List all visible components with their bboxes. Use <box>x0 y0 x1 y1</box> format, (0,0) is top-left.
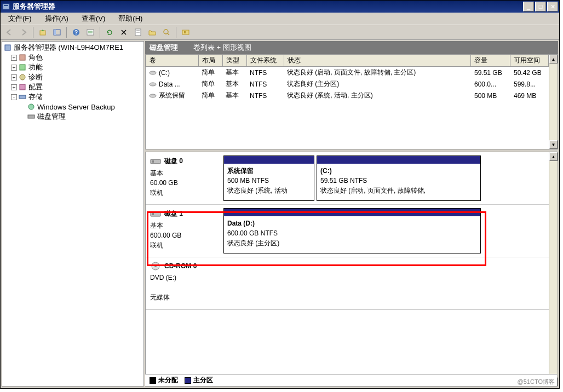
open-button[interactable] <box>146 26 159 39</box>
svg-point-33 <box>154 265 157 267</box>
maximize-button[interactable]: □ <box>535 2 546 11</box>
disk-partition[interactable]: 系统保留 500 MB NTFS 状态良好 (系统, 活动 <box>223 155 314 201</box>
svg-rect-2 <box>40 31 45 35</box>
content-subtitle: 卷列表 + 图形视图 <box>193 43 251 53</box>
table-row[interactable]: Data ... 简单 基本 NTFS 状态良好 (主分区) 600.0... … <box>146 78 549 90</box>
collapse-icon[interactable]: - <box>11 94 17 100</box>
disk-info: 磁盘 0 基本60.00 GB联机 <box>149 155 223 201</box>
svg-line-14 <box>168 33 169 35</box>
minimize-button[interactable]: _ <box>523 2 534 11</box>
tree-configuration[interactable]: + 配置 <box>3 82 142 92</box>
tree-backup[interactable]: Windows Server Backup <box>3 102 142 112</box>
show-hide-button[interactable] <box>50 26 64 39</box>
scroll-up-icon[interactable]: ▲ <box>549 55 558 64</box>
svg-rect-7 <box>87 30 94 35</box>
content-header: 磁盘管理 卷列表 + 图形视图 <box>145 41 558 54</box>
disk-info: CD-ROM 0 DVD (E:)无媒体 <box>149 261 223 306</box>
back-button <box>3 26 16 39</box>
menu-view[interactable]: 查看(V) <box>77 13 110 25</box>
svg-point-26 <box>150 83 156 86</box>
volume-scrollbar[interactable]: ▲ ▼ <box>549 55 558 149</box>
menubar: 文件(F) 操作(A) 查看(V) 帮助(H) <box>1 13 559 25</box>
expand-icon[interactable]: + <box>11 55 17 61</box>
properties-button[interactable] <box>131 26 145 39</box>
svg-point-25 <box>150 71 156 74</box>
disk-graphic-panel: 磁盘 0 基本60.00 GB联机 系统保留 500 MB NTFS 状态良好 … <box>145 152 558 387</box>
forward-button <box>17 26 30 39</box>
disk-icon <box>150 262 161 270</box>
svg-rect-19 <box>20 65 25 70</box>
tree-root[interactable]: 服务器管理器 (WIN-L9H4OM7RE1 <box>3 43 142 53</box>
server-icon <box>3 43 12 52</box>
table-row[interactable]: (C:) 简单 基本 NTFS 状态良好 (启动, 页面文件, 故障转储, 主分… <box>146 67 549 78</box>
volume-icon <box>149 81 157 88</box>
disk-row[interactable]: 磁盘 0 基本60.00 GB联机 系统保留 500 MB NTFS 状态良好 … <box>146 152 549 205</box>
col-fs[interactable]: 文件系统 <box>247 55 284 67</box>
svg-rect-21 <box>20 84 25 90</box>
list-button[interactable] <box>84 26 97 39</box>
scroll-down-icon[interactable]: ▼ <box>549 140 558 149</box>
menu-help[interactable]: 帮助(H) <box>114 13 147 25</box>
disk-scrollbar[interactable]: ▲ ▼ <box>549 152 558 386</box>
svg-rect-22 <box>19 95 26 99</box>
expand-icon[interactable]: + <box>11 65 17 71</box>
refresh-button[interactable] <box>103 26 116 39</box>
svg-rect-0 <box>3 4 9 9</box>
volume-icon <box>149 93 157 99</box>
expand-icon[interactable]: + <box>11 74 17 80</box>
volume-table: 卷 布局 类型 文件系统 状态 容量 可用空间 <box>146 55 549 67</box>
titlebar: 服务器管理器 _ □ ✕ <box>1 1 559 13</box>
disk-info: 磁盘 1 基本600.00 GB联机 <box>149 208 223 253</box>
window-title: 服务器管理器 <box>13 2 523 11</box>
content-title: 磁盘管理 <box>150 43 178 53</box>
diagnostics-icon <box>18 73 27 82</box>
help-button[interactable]: ? <box>70 26 83 39</box>
swatch-blue <box>185 377 191 384</box>
disk-partition[interactable]: (C:) 59.51 GB NTFS 状态良好 (启动, 页面文件, 故障转储, <box>317 155 481 201</box>
svg-rect-24 <box>28 115 35 118</box>
disk-row[interactable]: 磁盘 1 基本600.00 GB联机 Data (D:) 600.00 GB N… <box>146 205 549 257</box>
col-capacity[interactable]: 容量 <box>471 55 510 67</box>
col-layout[interactable]: 布局 <box>199 55 223 67</box>
menu-action[interactable]: 操作(A) <box>41 13 73 25</box>
legend-unallocated: 未分配 <box>150 376 178 385</box>
tree-roles[interactable]: + 角色 <box>3 53 142 62</box>
sidebar-tree: 服务器管理器 (WIN-L9H4OM7RE1 + 角色 + 功能 + 诊断 <box>2 41 144 387</box>
svg-rect-17 <box>5 45 10 50</box>
svg-point-27 <box>150 94 156 97</box>
delete-button[interactable] <box>117 26 130 39</box>
up-button[interactable] <box>36 26 49 39</box>
col-status[interactable]: 状态 <box>284 55 471 67</box>
tree-storage[interactable]: - 存储 <box>3 92 142 102</box>
backup-icon <box>27 102 36 111</box>
svg-rect-31 <box>152 213 154 215</box>
svg-rect-1 <box>4 5 8 6</box>
tree-features[interactable]: + 功能 <box>3 62 142 72</box>
disk-row[interactable]: CD-ROM 0 DVD (E:)无媒体 <box>146 257 549 310</box>
svg-point-23 <box>28 104 34 109</box>
menu-file[interactable]: 文件(F) <box>4 13 36 25</box>
col-type[interactable]: 类型 <box>223 55 247 67</box>
scroll-up-icon[interactable]: ▲ <box>549 152 558 161</box>
volume-list-panel: 卷 布局 类型 文件系统 状态 容量 可用空间 <box>145 54 558 149</box>
svg-point-20 <box>20 74 25 80</box>
table-row[interactable]: 系统保留 简单 基本 NTFS 状态良好 (系统, 活动, 主分区) 500 M… <box>146 90 549 101</box>
svg-rect-18 <box>20 55 25 60</box>
app-icon <box>2 2 10 11</box>
legend: 未分配 主分区 <box>145 374 557 386</box>
extra-button[interactable] <box>179 26 192 39</box>
expand-icon[interactable]: + <box>11 84 17 90</box>
col-volume[interactable]: 卷 <box>146 55 199 67</box>
diskmgmt-icon <box>27 112 36 121</box>
volume-icon <box>149 70 157 76</box>
col-free[interactable]: 可用空间 <box>510 55 549 67</box>
content-area: 磁盘管理 卷列表 + 图形视图 卷 布局 类型 文件系统 <box>145 41 558 387</box>
swatch-black <box>150 377 156 384</box>
tree-diagnostics[interactable]: + 诊断 <box>3 72 142 82</box>
disk-partition[interactable]: Data (D:) 600.00 GB NTFS 状态良好 (主分区) <box>223 208 481 253</box>
tree-diskmgmt[interactable]: 磁盘管理 <box>3 112 142 122</box>
close-button[interactable]: ✕ <box>547 2 558 11</box>
search-button[interactable] <box>160 26 173 39</box>
disk-icon <box>150 210 161 218</box>
watermark: @51CTO博客 <box>518 378 555 386</box>
